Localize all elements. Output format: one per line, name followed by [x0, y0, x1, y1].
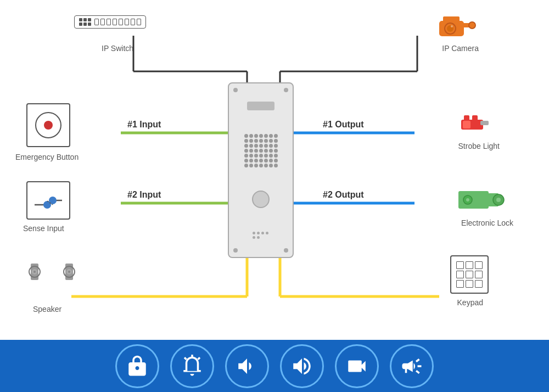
svg-rect-37 — [480, 121, 489, 125]
bottom-feature-bar — [0, 340, 549, 392]
svg-point-19 — [469, 22, 475, 29]
bar-icon-speaker-high — [280, 344, 324, 388]
keypad-label: Keypad — [457, 298, 483, 307]
ip-camera-label: IP Camera — [442, 44, 479, 53]
central-device — [228, 82, 294, 258]
emergency-button-label: Emergency Button — [15, 153, 79, 161]
speaker-label: Speaker — [33, 305, 61, 313]
svg-rect-35 — [464, 115, 469, 121]
svg-rect-36 — [472, 115, 478, 121]
ip-camera-icon — [431, 11, 478, 46]
svg-line-47 — [198, 357, 200, 360]
output2-label: #2 Output — [323, 190, 364, 200]
bar-icon-alarm — [170, 344, 214, 388]
sense-input-label: Sense Input — [23, 224, 64, 233]
svg-point-29 — [33, 271, 36, 273]
output1-label: #1 Output — [323, 120, 364, 130]
input1-label: #1 Input — [127, 120, 161, 130]
bar-icon-megaphone — [390, 344, 434, 388]
svg-rect-38 — [463, 121, 470, 128]
emergency-button-icon — [26, 103, 70, 147]
input2-label: #2 Input — [127, 190, 161, 200]
svg-point-17 — [451, 25, 453, 27]
electronic-lock-label: Electronic Lock — [461, 219, 513, 227]
bar-icon-lock — [115, 344, 159, 388]
ip-switch-label: IP Switch — [102, 44, 133, 53]
bar-icon-speaker-low — [225, 344, 269, 388]
speaker-icon — [21, 255, 86, 288]
svg-rect-20 — [443, 16, 460, 22]
sense-input-icon — [26, 181, 70, 220]
svg-point-41 — [466, 198, 469, 201]
svg-point-33 — [68, 271, 70, 273]
bar-icon-camera — [335, 344, 379, 388]
keypad-icon — [450, 255, 489, 294]
strobe-light-icon — [458, 110, 494, 139]
svg-line-46 — [184, 357, 187, 360]
svg-point-44 — [496, 198, 501, 202]
strobe-light-label: Strobe Light — [458, 142, 500, 150]
diagram: IP Switch IP Camera — [0, 0, 549, 340]
ip-switch-icon — [74, 15, 146, 29]
electronic-lock-icon — [456, 181, 505, 216]
